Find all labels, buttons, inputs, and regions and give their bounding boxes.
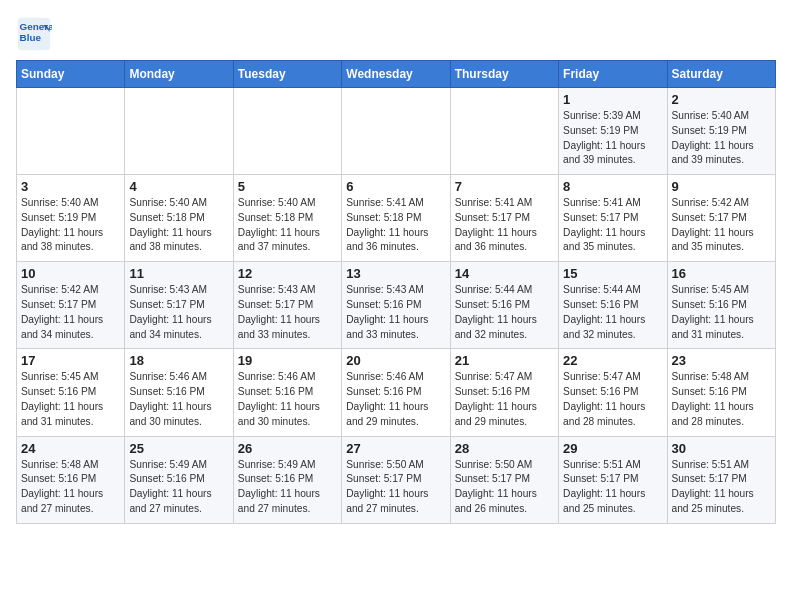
calendar-cell: 12Sunrise: 5:43 AM Sunset: 5:17 PM Dayli… [233,262,341,349]
day-number: 13 [346,266,445,281]
calendar-table: SundayMondayTuesdayWednesdayThursdayFrid… [16,60,776,524]
day-info: Sunrise: 5:50 AM Sunset: 5:17 PM Dayligh… [455,458,554,517]
day-info: Sunrise: 5:42 AM Sunset: 5:17 PM Dayligh… [21,283,120,342]
calendar-cell: 23Sunrise: 5:48 AM Sunset: 5:16 PM Dayli… [667,349,775,436]
calendar-cell: 1Sunrise: 5:39 AM Sunset: 5:19 PM Daylig… [559,88,667,175]
day-info: Sunrise: 5:51 AM Sunset: 5:17 PM Dayligh… [672,458,771,517]
day-info: Sunrise: 5:46 AM Sunset: 5:16 PM Dayligh… [346,370,445,429]
calendar-cell [450,88,558,175]
day-number: 23 [672,353,771,368]
day-info: Sunrise: 5:48 AM Sunset: 5:16 PM Dayligh… [21,458,120,517]
day-number: 22 [563,353,662,368]
day-info: Sunrise: 5:45 AM Sunset: 5:16 PM Dayligh… [672,283,771,342]
day-of-week-header: Thursday [450,61,558,88]
day-info: Sunrise: 5:43 AM Sunset: 5:17 PM Dayligh… [129,283,228,342]
day-number: 8 [563,179,662,194]
page-header: General Blue [16,16,776,52]
day-info: Sunrise: 5:41 AM Sunset: 5:18 PM Dayligh… [346,196,445,255]
day-number: 7 [455,179,554,194]
day-info: Sunrise: 5:47 AM Sunset: 5:16 PM Dayligh… [455,370,554,429]
day-info: Sunrise: 5:46 AM Sunset: 5:16 PM Dayligh… [129,370,228,429]
day-number: 1 [563,92,662,107]
day-number: 4 [129,179,228,194]
day-info: Sunrise: 5:50 AM Sunset: 5:17 PM Dayligh… [346,458,445,517]
calendar-header-row: SundayMondayTuesdayWednesdayThursdayFrid… [17,61,776,88]
calendar-cell: 10Sunrise: 5:42 AM Sunset: 5:17 PM Dayli… [17,262,125,349]
day-info: Sunrise: 5:44 AM Sunset: 5:16 PM Dayligh… [455,283,554,342]
calendar-cell: 22Sunrise: 5:47 AM Sunset: 5:16 PM Dayli… [559,349,667,436]
calendar-cell: 19Sunrise: 5:46 AM Sunset: 5:16 PM Dayli… [233,349,341,436]
day-number: 17 [21,353,120,368]
day-info: Sunrise: 5:41 AM Sunset: 5:17 PM Dayligh… [563,196,662,255]
calendar-cell: 20Sunrise: 5:46 AM Sunset: 5:16 PM Dayli… [342,349,450,436]
day-info: Sunrise: 5:49 AM Sunset: 5:16 PM Dayligh… [238,458,337,517]
day-of-week-header: Tuesday [233,61,341,88]
calendar-cell: 21Sunrise: 5:47 AM Sunset: 5:16 PM Dayli… [450,349,558,436]
day-number: 29 [563,441,662,456]
day-of-week-header: Sunday [17,61,125,88]
day-number: 6 [346,179,445,194]
calendar-cell: 14Sunrise: 5:44 AM Sunset: 5:16 PM Dayli… [450,262,558,349]
day-info: Sunrise: 5:45 AM Sunset: 5:16 PM Dayligh… [21,370,120,429]
day-of-week-header: Friday [559,61,667,88]
day-of-week-header: Monday [125,61,233,88]
day-number: 18 [129,353,228,368]
calendar-cell: 18Sunrise: 5:46 AM Sunset: 5:16 PM Dayli… [125,349,233,436]
day-number: 3 [21,179,120,194]
calendar-cell: 17Sunrise: 5:45 AM Sunset: 5:16 PM Dayli… [17,349,125,436]
day-number: 2 [672,92,771,107]
calendar-cell: 15Sunrise: 5:44 AM Sunset: 5:16 PM Dayli… [559,262,667,349]
day-number: 27 [346,441,445,456]
calendar-cell: 8Sunrise: 5:41 AM Sunset: 5:17 PM Daylig… [559,175,667,262]
day-number: 19 [238,353,337,368]
day-info: Sunrise: 5:51 AM Sunset: 5:17 PM Dayligh… [563,458,662,517]
day-info: Sunrise: 5:41 AM Sunset: 5:17 PM Dayligh… [455,196,554,255]
day-info: Sunrise: 5:39 AM Sunset: 5:19 PM Dayligh… [563,109,662,168]
day-info: Sunrise: 5:43 AM Sunset: 5:17 PM Dayligh… [238,283,337,342]
calendar-cell: 27Sunrise: 5:50 AM Sunset: 5:17 PM Dayli… [342,436,450,523]
calendar-cell [233,88,341,175]
day-number: 30 [672,441,771,456]
day-info: Sunrise: 5:43 AM Sunset: 5:16 PM Dayligh… [346,283,445,342]
calendar-cell: 29Sunrise: 5:51 AM Sunset: 5:17 PM Dayli… [559,436,667,523]
day-info: Sunrise: 5:42 AM Sunset: 5:17 PM Dayligh… [672,196,771,255]
calendar-cell: 4Sunrise: 5:40 AM Sunset: 5:18 PM Daylig… [125,175,233,262]
calendar-cell: 28Sunrise: 5:50 AM Sunset: 5:17 PM Dayli… [450,436,558,523]
day-info: Sunrise: 5:40 AM Sunset: 5:18 PM Dayligh… [129,196,228,255]
calendar-cell: 11Sunrise: 5:43 AM Sunset: 5:17 PM Dayli… [125,262,233,349]
day-info: Sunrise: 5:40 AM Sunset: 5:18 PM Dayligh… [238,196,337,255]
day-info: Sunrise: 5:48 AM Sunset: 5:16 PM Dayligh… [672,370,771,429]
calendar-cell [342,88,450,175]
day-number: 5 [238,179,337,194]
svg-text:Blue: Blue [20,32,42,43]
calendar-cell: 24Sunrise: 5:48 AM Sunset: 5:16 PM Dayli… [17,436,125,523]
calendar-week-row: 10Sunrise: 5:42 AM Sunset: 5:17 PM Dayli… [17,262,776,349]
calendar-cell: 30Sunrise: 5:51 AM Sunset: 5:17 PM Dayli… [667,436,775,523]
calendar-cell: 7Sunrise: 5:41 AM Sunset: 5:17 PM Daylig… [450,175,558,262]
calendar-cell: 2Sunrise: 5:40 AM Sunset: 5:19 PM Daylig… [667,88,775,175]
day-info: Sunrise: 5:40 AM Sunset: 5:19 PM Dayligh… [21,196,120,255]
day-number: 12 [238,266,337,281]
calendar-cell [125,88,233,175]
day-number: 21 [455,353,554,368]
calendar-cell [17,88,125,175]
day-number: 26 [238,441,337,456]
day-of-week-header: Wednesday [342,61,450,88]
calendar-cell: 9Sunrise: 5:42 AM Sunset: 5:17 PM Daylig… [667,175,775,262]
day-number: 14 [455,266,554,281]
calendar-cell: 5Sunrise: 5:40 AM Sunset: 5:18 PM Daylig… [233,175,341,262]
day-number: 20 [346,353,445,368]
calendar-cell: 3Sunrise: 5:40 AM Sunset: 5:19 PM Daylig… [17,175,125,262]
calendar-cell: 25Sunrise: 5:49 AM Sunset: 5:16 PM Dayli… [125,436,233,523]
logo: General Blue [16,16,58,52]
day-number: 11 [129,266,228,281]
calendar-cell: 16Sunrise: 5:45 AM Sunset: 5:16 PM Dayli… [667,262,775,349]
day-info: Sunrise: 5:47 AM Sunset: 5:16 PM Dayligh… [563,370,662,429]
calendar-week-row: 1Sunrise: 5:39 AM Sunset: 5:19 PM Daylig… [17,88,776,175]
day-number: 16 [672,266,771,281]
day-info: Sunrise: 5:49 AM Sunset: 5:16 PM Dayligh… [129,458,228,517]
day-number: 15 [563,266,662,281]
day-info: Sunrise: 5:40 AM Sunset: 5:19 PM Dayligh… [672,109,771,168]
day-number: 25 [129,441,228,456]
calendar-week-row: 24Sunrise: 5:48 AM Sunset: 5:16 PM Dayli… [17,436,776,523]
